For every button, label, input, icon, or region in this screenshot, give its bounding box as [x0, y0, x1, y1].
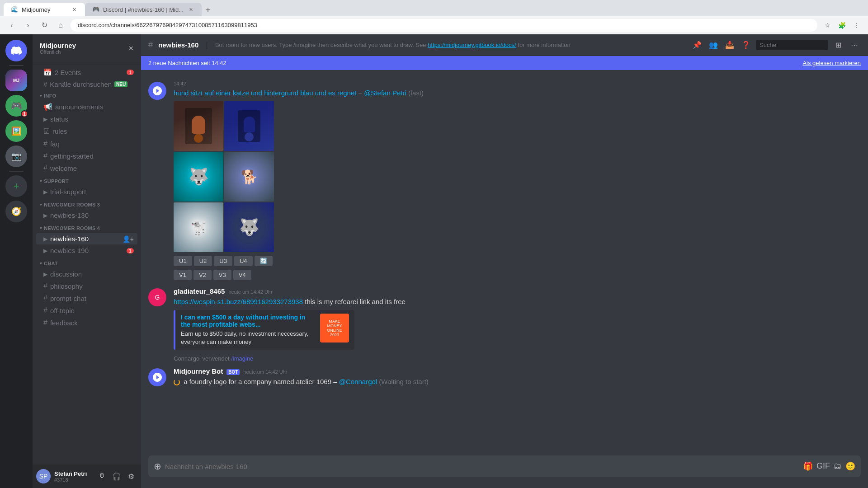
inbox-icon[interactable]: 📥 [723, 39, 736, 52]
gift-icon[interactable]: 🎁 [803, 461, 813, 471]
tab-2[interactable]: 🎮 Discord | #newbies-160 | Mid... ✕ [85, 3, 202, 16]
more-icon[interactable]: ⋯ [848, 39, 861, 52]
bot-avatar-1 [148, 82, 166, 100]
message-body-2: gladiateur_8465 heute um 14:42 Uhr https… [174, 287, 861, 350]
channel-icon: ▶ [43, 189, 47, 195]
gif-icon[interactable]: GIF [816, 461, 830, 471]
events-icon: 📅 [43, 68, 52, 76]
channel-discussion[interactable]: ▶ discussion [36, 268, 137, 280]
address-input[interactable] [71, 19, 817, 32]
channel-rules[interactable]: ☑ rules [36, 125, 137, 137]
server-icon-green[interactable]: 🎮 1 [5, 95, 27, 117]
server-icon-midjourney[interactable]: MJ [5, 70, 27, 91]
refresh-button[interactable]: 🔄 [255, 256, 273, 266]
menu-icon[interactable]: ⋮ [850, 19, 863, 32]
server-header[interactable]: Midjourney Öffentlich ✕ [33, 34, 141, 62]
new-tab-button[interactable]: + [202, 4, 214, 16]
threads-icon[interactable]: ⊞ [832, 39, 844, 52]
server-icon-explore[interactable]: 🧭 [5, 201, 27, 222]
reload-button[interactable]: ↻ [38, 19, 51, 32]
messages-area[interactable]: 14:42 hund sitzt auf einer katze und hin… [141, 70, 868, 455]
channel-getting-started[interactable]: # getting-started [36, 150, 137, 162]
forward-button[interactable]: › [22, 19, 34, 32]
server-sidebar: MJ 🎮 1 🖼️ 📷 + 🧭 [0, 34, 33, 488]
tab-2-close[interactable]: ✕ [187, 6, 194, 13]
tab-1[interactable]: 🌊 Midjourney ✕ [4, 3, 85, 16]
channel-item-events[interactable]: 📅 2 Events 1 [36, 66, 137, 78]
settings-button[interactable]: ⚙ [125, 470, 137, 483]
server-icon-gray[interactable]: 📷 [5, 145, 27, 167]
category-newcomer3-header[interactable]: ▾ NEWCOMER ROOMS 3 [33, 199, 141, 209]
new-badge: NEU [114, 81, 127, 87]
image-link[interactable]: hund sitzt auf einer katze und hintergru… [174, 89, 356, 97]
channel-announcements[interactable]: 📢 announcements [36, 101, 137, 113]
message-input[interactable] [165, 457, 799, 476]
category-newcomer4-header[interactable]: ▾ NEWCOMER ROOMS 4 [33, 223, 141, 233]
channel-search-item[interactable]: # Kanäle durchsuchen NEU [36, 79, 137, 90]
category-support-label: SUPPORT [44, 178, 69, 184]
add-file-button[interactable]: ⊕ [154, 455, 161, 477]
channel-newbies-160[interactable]: ▶ newbies-160 👤+ [36, 233, 137, 244]
category-info-header[interactable]: ▾ INFO [33, 90, 141, 100]
category-support-header[interactable]: ▾ SUPPORT [33, 176, 141, 186]
u4-button[interactable]: U4 [234, 256, 253, 266]
image-2[interactable] [224, 101, 274, 151]
category-support-arrow: ▾ [40, 179, 42, 183]
mute-button[interactable]: 🎙 [96, 470, 108, 483]
server-icon-discord[interactable] [5, 40, 27, 61]
server-divider-2 [9, 171, 24, 172]
channel-prompt-chat[interactable]: # prompt-chat [36, 292, 137, 304]
u2-button[interactable]: U2 [194, 256, 212, 266]
server-icon-blue[interactable]: 🖼️ [5, 120, 27, 142]
channel-name: welcome [50, 164, 134, 172]
channel-name: philosophy [50, 282, 134, 290]
v2-button[interactable]: V2 [193, 270, 212, 280]
emoji-icon[interactable]: 🙂 [845, 461, 855, 471]
channel-feedback[interactable]: # feedback [36, 317, 137, 328]
back-button[interactable]: ‹ [5, 19, 18, 32]
channel-name: newbies-160 [50, 235, 120, 243]
channel-status[interactable]: ▶ status [36, 113, 137, 125]
image-4[interactable]: 🐕 [224, 152, 274, 202]
add-server-button[interactable]: + [5, 175, 27, 197]
channel-welcome[interactable]: # welcome [36, 162, 137, 174]
spam-link[interactable]: https://wespin-s1.buzz/6899162933273938 [174, 298, 303, 305]
mention-link[interactable]: @Stefan Petri [364, 89, 406, 97]
home-button[interactable]: ⌂ [54, 19, 67, 32]
channel-trial-support[interactable]: ▶ trial-support [36, 186, 137, 197]
mark-read-button[interactable]: Als gelesen markieren [802, 60, 861, 66]
category-newcomer3-label: NEWCOMER ROOMS 3 [44, 202, 100, 207]
help-icon[interactable]: ❓ [740, 39, 752, 52]
channel-faq[interactable]: # faq [36, 138, 137, 150]
channel-off-topic[interactable]: # off-topic [36, 305, 137, 316]
category-chat-header[interactable]: ▾ CHAT [33, 258, 141, 268]
category-arrow: ▾ [40, 202, 42, 207]
sticker-icon[interactable]: 🗂 [834, 461, 842, 471]
tab-1-close[interactable]: ✕ [71, 6, 78, 13]
channel-list: 📅 2 Events 1 # Kanäle durchsuchen NEU ▾ … [33, 62, 141, 465]
pinned-icon[interactable]: 📌 [691, 39, 703, 52]
v3-button[interactable]: V3 [213, 270, 231, 280]
channel-newbies-190[interactable]: ▶ newbies-190 1 [36, 245, 137, 256]
connargol-mention[interactable]: @Connargol [339, 378, 377, 385]
image-5[interactable]: 🐩 [174, 202, 223, 252]
channel-philosophy[interactable]: # philosophy [36, 280, 137, 292]
image-1[interactable] [174, 101, 223, 151]
u3-button[interactable]: U3 [214, 256, 232, 266]
extensions-icon[interactable]: 🧩 [835, 19, 848, 32]
docs-link[interactable]: https://midjourney.gitbook.io/docs/ [428, 42, 516, 48]
member-list-icon[interactable]: 👥 [707, 39, 720, 52]
embed-title[interactable]: I can earn $500 a day without investing … [181, 314, 315, 328]
bookmark-icon[interactable]: ☆ [821, 19, 834, 32]
image-3[interactable]: 🐺 [174, 152, 223, 202]
category-info-label: INFO [44, 93, 56, 99]
image-6[interactable]: 🐺 [224, 202, 274, 252]
v1-button[interactable]: V1 [174, 270, 192, 280]
u1-button[interactable]: U1 [174, 256, 192, 266]
channel-newbies-130[interactable]: ▶ newbies-130 [36, 210, 137, 221]
address-actions: ☆ 🧩 ⋮ [821, 19, 863, 32]
v4-button[interactable]: V4 [233, 270, 251, 280]
channel-name: newbies-130 [50, 211, 134, 219]
search-box[interactable]: Suche [756, 40, 828, 50]
deafen-button[interactable]: 🎧 [110, 470, 123, 483]
